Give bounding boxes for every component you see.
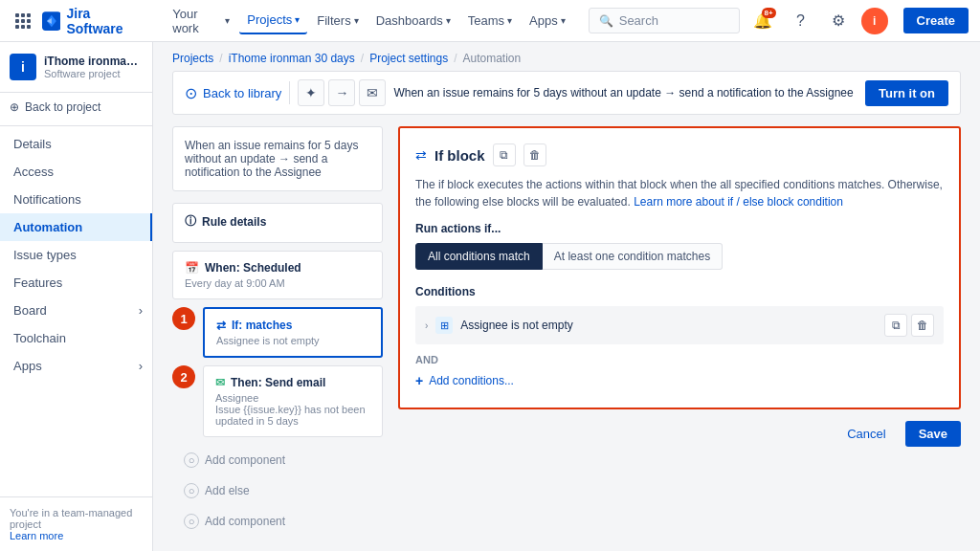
search-icon: 🔍 [599, 14, 613, 28]
svg-rect-1 [21, 13, 25, 17]
svg-rect-0 [15, 13, 19, 17]
sidebar-divider [0, 125, 152, 126]
and-label: AND [415, 350, 944, 369]
breadcrumb-sep3: / [454, 52, 457, 65]
svg-rect-8 [27, 25, 31, 29]
sidebar: i iThome ironman 30 da... Software proje… [0, 42, 153, 551]
turn-on-button[interactable]: Turn it on [865, 80, 948, 106]
nav-links: Your work ▾ Projects ▾ Filters ▾ Dashboa… [165, 1, 572, 41]
learn-more-link[interactable]: Learn more [10, 530, 63, 541]
nav-filters[interactable]: Filters ▾ [309, 8, 366, 33]
email-icon-btn[interactable]: ✉ [359, 79, 386, 106]
nav-dashboards[interactable]: Dashboards ▾ [368, 8, 458, 33]
condition-actions: ⧉ 🗑 [884, 314, 934, 337]
delete-condition-btn[interactable]: 🗑 [911, 314, 934, 337]
if-matches-row: 1 ⇄ If: matches Assignee is not empty [172, 307, 383, 358]
if-block-title: If block [434, 147, 485, 164]
svg-rect-7 [21, 25, 25, 29]
automation-body: When an issue remains for 5 days without… [172, 126, 961, 537]
automation-wrapper: ⊙ Back to library ✦ → ✉ When an issue re… [153, 71, 980, 551]
sidebar-item-toolchain[interactable]: Toolchain [0, 324, 152, 352]
top-navigation: Jira Software Your work ▾ Projects ▾ Fil… [0, 0, 980, 42]
topbar-icons: ✦ → ✉ [298, 79, 386, 106]
add-else-circle-icon: ○ [184, 483, 199, 498]
condition-icon: ⊞ [435, 317, 453, 334]
sidebar-item-access[interactable]: Access [0, 158, 152, 186]
user-avatar[interactable]: i [861, 8, 888, 34]
rule-details-item[interactable]: ⓘ Rule details [172, 203, 383, 243]
expand-icon[interactable]: › [425, 320, 428, 331]
help-button[interactable]: ? [786, 6, 816, 36]
chevron-icon: › [139, 359, 143, 373]
search-placeholder: Search [619, 13, 658, 28]
chevron-icon: ▾ [561, 15, 566, 26]
if-icon: ⇄ [216, 319, 226, 332]
left-panel: When an issue remains for 5 days without… [172, 126, 383, 537]
run-actions-buttons: All conditions match At least one condit… [415, 243, 944, 270]
breadcrumb-current: Automation [463, 52, 522, 65]
copy-condition-btn[interactable]: ⧉ [884, 314, 907, 337]
search-bar[interactable]: 🔍 Search [589, 8, 740, 33]
chevron-icon: ▾ [354, 15, 359, 26]
learn-more-link[interactable]: Learn more about if / else block conditi… [634, 195, 843, 209]
app-logo[interactable]: Jira Software [42, 6, 150, 36]
when-scheduled-item[interactable]: 📅 When: Scheduled Every day at 9:00 AM [172, 251, 383, 299]
chevron-icon: › [139, 303, 143, 318]
atleast-condition-button[interactable]: At least one condition matches [543, 243, 723, 270]
rule-text: When an issue remains for 5 days without… [393, 86, 858, 99]
conditions-label: Conditions [415, 285, 944, 298]
breadcrumb-settings[interactable]: Project settings [369, 52, 448, 65]
breadcrumb-project[interactable]: iThome ironman 30 days [229, 52, 355, 65]
delete-icon-btn[interactable]: 🗑 [523, 143, 546, 166]
nav-your-work[interactable]: Your work ▾ [165, 1, 237, 41]
back-to-library-button[interactable]: ⊙ Back to library [185, 84, 281, 102]
plus-icon: + [415, 373, 423, 388]
add-component-2[interactable]: ○ Add component [172, 506, 383, 537]
bottom-actions: Cancel Save [398, 421, 961, 447]
cancel-button[interactable]: Cancel [835, 421, 897, 447]
settings-button[interactable]: ⚙ [823, 6, 854, 36]
svg-rect-2 [27, 13, 31, 17]
save-button[interactable]: Save [905, 421, 961, 447]
breadcrumb: Projects / iThome ironman 30 days / Proj… [153, 42, 980, 71]
email-icon: ✉ [215, 376, 225, 389]
apps-grid-icon[interactable] [11, 10, 34, 33]
add-else-item[interactable]: ○ Add else [172, 475, 383, 506]
chevron-icon: ▾ [225, 15, 230, 26]
copy-icon-btn[interactable]: ⧉ [493, 143, 516, 166]
gear-icon: ⚙ [832, 11, 845, 30]
sidebar-item-features[interactable]: Features [0, 269, 152, 297]
create-button[interactable]: Create [903, 8, 969, 33]
arrow-icon-btn[interactable]: → [328, 79, 355, 106]
logo-text: Jira Software [66, 6, 149, 36]
then-send-email-row: 2 ✉ Then: Send email Assignee Issue {{is… [172, 365, 383, 437]
add-circle-icon2: ○ [184, 514, 199, 529]
chevron-icon: ▾ [446, 15, 451, 26]
add-conditions-button[interactable]: + Add conditions... [415, 369, 944, 392]
sidebar-item-notifications[interactable]: Notifications [0, 186, 152, 213]
add-circle-icon: ○ [184, 452, 199, 468]
breadcrumb-projects[interactable]: Projects [172, 52, 213, 65]
svg-rect-5 [27, 19, 31, 23]
notifications-button[interactable]: 🔔 8+ [747, 6, 778, 36]
nav-projects[interactable]: Projects ▾ [239, 7, 307, 34]
all-conditions-button[interactable]: All conditions match [415, 243, 543, 270]
back-to-project[interactable]: ⊕ Back to project [0, 93, 152, 121]
automation-topbar: ⊙ Back to library ✦ → ✉ When an issue re… [172, 71, 961, 115]
if-matches-item[interactable]: ⇄ If: matches Assignee is not empty [203, 307, 383, 358]
sidebar-item-apps[interactable]: Apps› [0, 352, 152, 380]
chevron-icon: ▾ [295, 14, 300, 25]
sidebar-item-issue-types[interactable]: Issue types [0, 241, 152, 269]
topbar-divider [289, 81, 290, 104]
svg-rect-4 [21, 19, 25, 23]
add-component-1[interactable]: ○ Add component [172, 445, 383, 475]
nav-apps[interactable]: Apps ▾ [522, 8, 573, 33]
sidebar-item-details[interactable]: Details [0, 130, 152, 158]
then-send-email-item[interactable]: ✉ Then: Send email Assignee Issue {{issu… [203, 365, 383, 437]
trigger-description: When an issue remains for 5 days without… [172, 126, 383, 191]
nav-teams[interactable]: Teams ▾ [460, 8, 520, 33]
chevron-icon: ▾ [507, 15, 512, 26]
sidebar-item-automation[interactable]: Automation [0, 213, 152, 241]
sidebar-item-board[interactable]: Board› [0, 297, 152, 324]
star-icon-btn[interactable]: ✦ [298, 79, 324, 106]
